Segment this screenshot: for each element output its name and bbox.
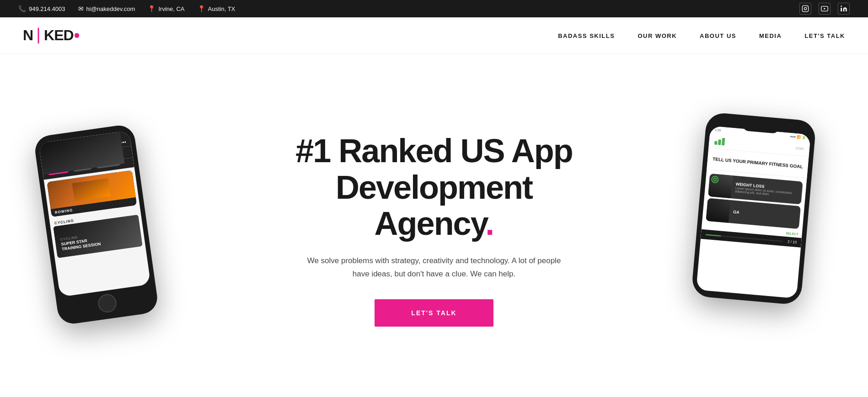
- nav-badass-skills[interactable]: BADASS SKILLS: [558, 32, 615, 39]
- hero-subtitle: We solve problems with strategy, creativ…: [301, 254, 567, 281]
- phone-home-button[interactable]: [97, 293, 118, 313]
- goal-option-img-ga: [706, 198, 730, 223]
- svg-rect-4: [841, 8, 842, 11]
- email-address: hi@nakeddev.com: [86, 5, 135, 12]
- hero-section: 1:20 ▾ ●●●● CLASSES FOR YOU CARDIO STREN…: [0, 54, 868, 397]
- nav-links: BADASS SKILLS OUR WORK ABOUT US MEDIA LE…: [558, 32, 845, 40]
- rphone-steps: STEP: [795, 147, 804, 151]
- progress-fill: [706, 234, 721, 236]
- logo[interactable]: N KED •: [23, 26, 79, 45]
- location1-link[interactable]: 📍 Irvine, CA: [148, 5, 184, 12]
- phone-icon: 📞: [18, 5, 26, 12]
- location2-link[interactable]: 📍 Austin, TX: [198, 5, 236, 12]
- svg-rect-0: [802, 5, 808, 11]
- hero-title-line2: Development Agency: [336, 169, 532, 242]
- logo-a-container: [33, 27, 44, 44]
- goal-option-text-weightloss: WEIGHT LOSS Lorem ipsum dolor sit amet, …: [731, 181, 803, 198]
- nav-media[interactable]: MEDIA: [759, 32, 782, 39]
- progress-text: 2 / 10: [785, 239, 797, 244]
- left-phone: 1:20 ▾ ●●●● CLASSES FOR YOU CARDIO STREN…: [33, 118, 196, 326]
- linkedin-icon[interactable]: [838, 3, 850, 15]
- goal-option-text-ga: GA: [729, 209, 800, 220]
- social-links: [799, 3, 850, 15]
- hero-cta-button[interactable]: LET'S TALK: [375, 299, 493, 327]
- nav-about-us[interactable]: ABOUT US: [700, 32, 736, 39]
- phone-link[interactable]: 📞 949.214.4003: [18, 5, 65, 12]
- location1-icon: 📍: [148, 5, 155, 12]
- progress-bar: [706, 234, 783, 242]
- logo-ked: KED: [44, 27, 74, 44]
- rphone-logo: [714, 138, 725, 146]
- logo-dot: •: [74, 26, 80, 45]
- location2-icon: 📍: [198, 5, 205, 12]
- cycling-section: CYCLING: [52, 208, 143, 258]
- svg-point-5: [841, 5, 842, 7]
- instagram-icon[interactable]: [799, 3, 811, 15]
- phone-number: 949.214.4003: [29, 5, 65, 12]
- email-icon: ✉: [78, 5, 84, 12]
- email-link[interactable]: ✉ hi@nakeddev.com: [78, 5, 135, 12]
- location2-text: Austin, TX: [208, 5, 236, 12]
- svg-point-1: [804, 7, 806, 10]
- top-bar-contact: 📞 949.214.4003 ✉ hi@nakeddev.com 📍 Irvin…: [18, 5, 235, 12]
- nav-lets-talk[interactable]: LET'S TALK: [804, 32, 845, 39]
- right-phone: 1:20 ●●● 📶 🔋 STEP TELL US YOUR PRIMARY F: [691, 112, 853, 308]
- goal-option-img-weightloss: [708, 174, 733, 198]
- hero-title-dot: .: [485, 205, 493, 242]
- goal-options: WEIGHT LOSS Lorem ipsum dolor sit amet, …: [702, 169, 807, 233]
- top-bar: 📞 949.214.4003 ✉ hi@nakeddev.com 📍 Irvin…: [0, 0, 868, 17]
- main-nav: N KED • BADASS SKILLS OUR WORK ABOUT US …: [0, 17, 868, 54]
- location1-text: Irvine, CA: [158, 5, 184, 12]
- logo-n: N: [23, 27, 33, 44]
- hero-title-line1: #1 Ranked US App: [295, 132, 573, 169]
- youtube-icon[interactable]: [819, 3, 830, 15]
- nav-our-work[interactable]: OUR WORK: [638, 32, 677, 39]
- svg-point-2: [807, 7, 807, 7]
- hero-title: #1 Ranked US App Development Agency.: [283, 133, 585, 242]
- svg-marker-3: [824, 8, 826, 10]
- hero-content: #1 Ranked US App Development Agency. We …: [274, 133, 594, 326]
- svg-rect-7: [72, 178, 111, 201]
